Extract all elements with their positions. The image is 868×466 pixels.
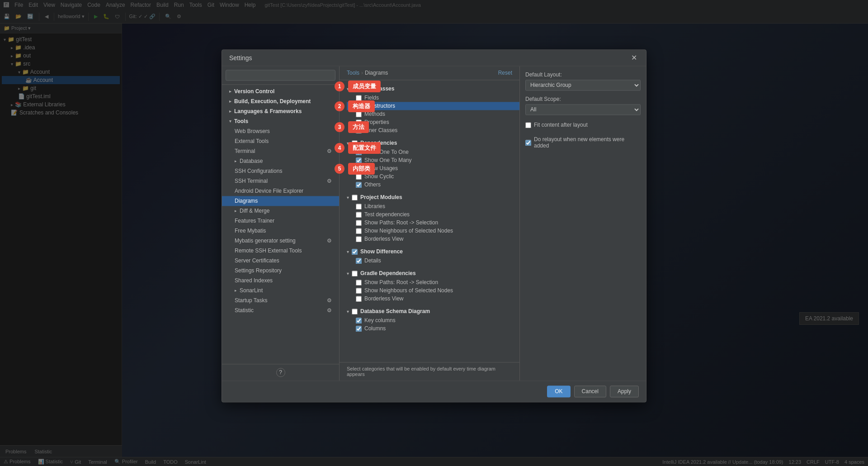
nav-tools[interactable]: ▾ Tools [222,116,339,126]
gradle-show-neighbours-item: Show Neighbours of Selected Nodes [356,286,512,295]
do-relayout-checkbox[interactable] [525,140,531,146]
dialog-right: Tools › Diagrams Reset ▾ Java Classes [340,66,646,380]
methods-item: Methods [356,110,512,118]
default-layout-select[interactable]: Hierarchic Group [525,80,641,90]
help-button[interactable]: ? [276,368,285,377]
show-paths-root-checkbox[interactable] [356,220,362,226]
nav-shared-indexes[interactable]: Shared Indexes [222,276,339,285]
nav-server-certs[interactable]: Server Certificates [222,256,339,266]
default-scope-label: Default Scope: [525,96,641,102]
nav-diagrams[interactable]: Diagrams [222,196,339,206]
nav-features-trainer[interactable]: Features Trainer [222,216,339,226]
apply-button[interactable]: Apply [610,385,639,397]
breadcrumb: Tools › Diagrams Reset [340,66,519,80]
libraries-item: Libraries [356,202,512,210]
libraries-checkbox[interactable] [356,204,362,209]
annotation-5: 5 内部类 [335,163,375,175]
project-modules-header[interactable]: ▾ Project Modules [347,192,512,202]
annotation-2: 2 构造器 [335,100,375,112]
show-usages-item: Show Usages [356,164,512,172]
show-difference-list: Details [347,257,512,265]
gradle-deps-checkbox[interactable] [352,271,358,276]
popup-4: 配置文件 [348,142,381,154]
test-deps-checkbox[interactable] [356,212,362,218]
show-difference-header[interactable]: ▾ Show Difference [347,247,512,257]
nav-version-control[interactable]: ▸ Version Control [222,86,339,96]
dialog-footer: OK Cancel Apply [222,380,646,402]
borderless-view-checkbox[interactable] [356,236,362,242]
cancel-button[interactable]: Cancel [574,385,606,397]
reset-button[interactable]: Reset [498,70,512,76]
settings-dialog: Settings ✕ ▸ Version Control ▸ Build, Ex… [222,49,646,402]
gradle-deps-header[interactable]: ▾ Gradle Dependencies [347,268,512,278]
fit-content-checkbox[interactable] [525,122,531,128]
nav-build-exec[interactable]: ▸ Build, Execution, Deployment [222,96,339,106]
mybatis-badge: ⚙ [327,238,332,244]
database-schema-header[interactable]: ▾ Database Schema Diagram [347,306,512,316]
dialog-overlay: Settings ✕ ▸ Version Control ▸ Build, Ex… [0,0,868,466]
nav-diff-merge[interactable]: ▸ Diff & Merge [222,206,339,216]
dialog-close-button[interactable]: ✕ [629,53,639,62]
key-columns-checkbox[interactable] [356,318,362,323]
show-one-to-many-item: Show One To Many [356,156,512,164]
show-one-to-many-checkbox[interactable] [356,157,362,163]
key-columns-item: Key columns [356,316,512,324]
terminal-badge: ⚙ [327,148,332,154]
borderless-view-item: Borderless View [356,235,512,243]
nav-statistic[interactable]: Statistic ⚙ [222,305,339,315]
dialog-titlebar: Settings ✕ [222,50,646,66]
show-difference-checkbox[interactable] [352,249,358,255]
ssh-terminal-badge: ⚙ [327,178,332,184]
nav-android-device[interactable]: Android Device File Explorer [222,186,339,196]
popup-2: 构造器 [348,100,375,112]
nav-terminal[interactable]: Terminal ⚙ [222,146,339,156]
nav-ssh-configs[interactable]: SSH Configurations [222,166,339,176]
breadcrumb-diagrams: Diagrams [365,70,388,76]
test-deps-item: Test dependencies [356,210,512,219]
gradle-show-paths-checkbox[interactable] [356,280,362,285]
breadcrumb-tools[interactable]: Tools [347,70,359,76]
fields-checkbox[interactable] [356,95,362,101]
gradle-borderless-checkbox[interactable] [356,296,362,302]
do-relayout-row: Do relayout when new elements were added [525,135,641,150]
annotation-4: 4 配置文件 [335,142,381,154]
fit-content-label: Fit content after layout [534,122,588,128]
default-scope-select[interactable]: All [525,104,641,115]
fields-item: Fields [356,94,512,102]
search-input[interactable] [226,70,335,81]
project-modules-list: Libraries Test dependencies Show Paths: … [347,202,512,243]
nav-startup-tasks[interactable]: Startup Tasks ⚙ [222,295,339,305]
gradle-show-paths-item: Show Paths: Root -> Selection [356,278,512,286]
nav-ssh-terminal[interactable]: SSH Terminal ⚙ [222,176,339,186]
nav-web-browsers[interactable]: Web Browsers [222,126,339,136]
others-checkbox[interactable] [356,182,362,188]
do-relayout-label: Do relayout when new elements were added [534,136,641,149]
details-checkbox[interactable] [356,258,362,264]
nav-external-tools[interactable]: External Tools [222,136,339,146]
nav-remote-ssh[interactable]: Remote SSH External Tools [222,246,339,256]
show-paths-root-item: Show Paths: Root -> Selection [356,219,512,227]
gradle-borderless-item: Borderless View [356,295,512,303]
database-schema-checkbox[interactable] [352,309,358,314]
show-cyclic-item: Show Cyclic [356,172,512,181]
popup-1: 成员变量 [348,81,381,92]
dialog-content-panel: Tools › Diagrams Reset ▾ Java Classes [340,66,519,380]
gradle-show-neighbours-checkbox[interactable] [356,288,362,294]
gradle-deps-list: Show Paths: Root -> Selection Show Neigh… [347,278,512,303]
nav-sonarlint[interactable]: ▸ SonarLint [222,285,339,295]
dialog-body: ▸ Version Control ▸ Build, Execution, De… [222,66,646,380]
ok-button[interactable]: OK [547,385,570,397]
annotation-1: 1 成员变量 [335,81,381,92]
nav-languages[interactable]: ▸ Languages & Frameworks [222,106,339,116]
project-modules-checkbox[interactable] [352,195,358,200]
columns-checkbox[interactable] [356,326,362,332]
show-neighbours-checkbox[interactable] [356,228,362,234]
badge-1: 1 [335,81,344,91]
nav-mybatis-generator[interactable]: Mybatis generator setting ⚙ [222,236,339,246]
nav-free-mybatis[interactable]: Free Mybatis [222,226,339,236]
popup-5: 内部类 [348,163,375,175]
nav-database[interactable]: ▸ Database [222,156,339,166]
nav-settings-repo[interactable]: Settings Repository [222,266,339,276]
others-item: Others [356,181,512,189]
settings-right-panel: Default Layout: Hierarchic Group Default… [519,66,646,380]
